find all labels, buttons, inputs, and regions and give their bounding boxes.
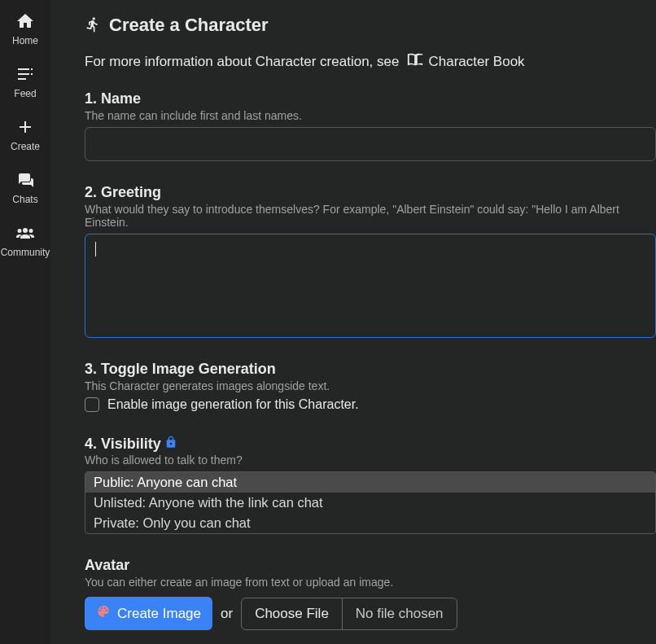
running-person-icon — [85, 15, 101, 36]
section-visibility: 4. Visibility Who is allowed to talk to … — [85, 435, 656, 534]
section-toggle-image: 3. Toggle Image Generation This Characte… — [85, 361, 656, 412]
info-text: For more information about Character cre… — [85, 54, 399, 70]
home-icon — [15, 11, 35, 33]
lock-icon — [164, 435, 177, 453]
greeting-sub: What would they say to introduce themsel… — [85, 203, 656, 229]
character-book-link[interactable]: Character Book — [407, 50, 524, 72]
create-image-label: Create Image — [117, 606, 201, 622]
greeting-textarea[interactable] — [85, 234, 656, 338]
book-icon — [407, 50, 425, 72]
visibility-listbox[interactable]: Public: Anyone can chat Unlisted: Anyone… — [85, 471, 656, 534]
section-greeting: 2. Greeting What would they say to intro… — [85, 184, 656, 338]
sidebar: Home Feed Create Chats Community — [0, 0, 50, 644]
sidebar-item-label: Community — [1, 247, 50, 258]
feed-icon — [15, 64, 35, 86]
avatar-sub: You can either create an image from text… — [85, 576, 656, 589]
page-header: Create a Character — [85, 15, 656, 36]
people-icon — [15, 223, 35, 245]
visibility-option-public[interactable]: Public: Anyone can chat — [85, 472, 655, 493]
visibility-option-unlisted[interactable]: Unlisted: Anyone with the link can chat — [85, 493, 655, 513]
sidebar-item-feed[interactable]: Feed — [14, 63, 36, 101]
chat-icon — [15, 170, 35, 192]
name-sub: The name can include first and last name… — [85, 109, 656, 122]
visibility-option-private[interactable]: Private: Only you can chat — [85, 513, 655, 533]
greeting-heading: 2. Greeting — [85, 184, 656, 201]
toggle-heading: 3. Toggle Image Generation — [85, 361, 656, 378]
visibility-heading: 4. Visibility — [85, 435, 656, 453]
name-heading: 1. Name — [85, 90, 656, 107]
enable-image-checkbox[interactable] — [85, 397, 99, 412]
checkbox-label: Enable image generation for this Charact… — [107, 397, 359, 412]
or-text: or — [221, 606, 233, 622]
choose-file-button[interactable]: Choose File — [242, 598, 343, 629]
create-image-button[interactable]: Create Image — [85, 597, 212, 630]
sidebar-item-community[interactable]: Community — [1, 221, 50, 260]
sidebar-item-label: Chats — [12, 194, 37, 205]
avatar-heading: Avatar — [85, 557, 656, 574]
sidebar-item-chats[interactable]: Chats — [12, 169, 37, 207]
visibility-sub: Who is allowed to talk to them? — [85, 453, 656, 467]
sidebar-item-create[interactable]: Create — [11, 116, 40, 154]
main-content: Create a Character For more information … — [50, 0, 656, 644]
page-title: Create a Character — [109, 15, 269, 36]
file-input-group: Choose File No file chosen — [241, 598, 457, 630]
plus-icon — [15, 117, 35, 139]
book-link-label: Character Book — [428, 54, 524, 70]
file-status: No file chosen — [343, 598, 457, 629]
sidebar-item-label: Home — [12, 35, 38, 46]
sidebar-item-label: Create — [11, 141, 40, 152]
info-line: For more information about Character cre… — [85, 50, 656, 72]
sidebar-item-home[interactable]: Home — [12, 10, 38, 48]
sidebar-item-label: Feed — [14, 88, 36, 99]
section-name: 1. Name The name can include first and l… — [85, 90, 656, 161]
toggle-sub: This Character generates images alongsid… — [85, 379, 656, 392]
palette-icon — [96, 604, 111, 623]
name-input[interactable] — [85, 127, 656, 161]
section-avatar: Avatar You can either create an image fr… — [85, 557, 656, 630]
